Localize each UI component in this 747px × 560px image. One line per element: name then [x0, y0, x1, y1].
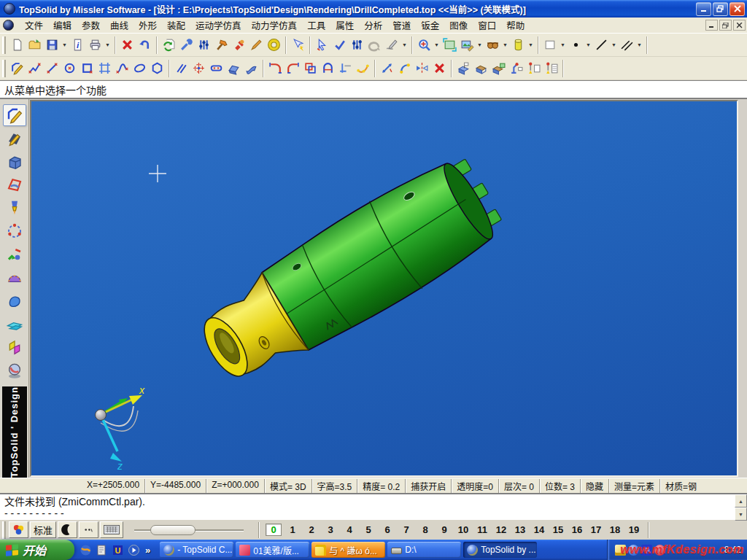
media-player-icon[interactable]	[127, 543, 140, 556]
menu-item[interactable]: 动力学仿真	[247, 17, 303, 34]
close-button[interactable]	[729, 2, 745, 16]
print-dropdown[interactable]: ▼	[104, 36, 112, 54]
taskbar-task-button[interactable]: TopSolid by ...	[463, 542, 537, 558]
status-segment[interactable]: 隐藏	[580, 479, 608, 493]
print-icon[interactable]	[86, 36, 104, 54]
menu-item[interactable]: 曲线	[105, 17, 133, 34]
menu-item[interactable]: 帮助	[501, 17, 530, 34]
menu-item[interactable]: 参数	[77, 17, 105, 34]
dome-surface-icon[interactable]	[3, 267, 26, 289]
delete-constraint-icon[interactable]	[430, 60, 448, 77]
layer-number-button[interactable]: 5	[359, 524, 378, 535]
status-segment[interactable]: Y=-4485.000	[144, 479, 206, 493]
layer-number-button[interactable]: 18	[605, 524, 624, 535]
menu-item[interactable]: 装配	[162, 17, 190, 34]
menu-item[interactable]: 文件	[20, 17, 48, 34]
save-icon[interactable]	[43, 36, 61, 54]
pin-list-icon[interactable]	[525, 60, 542, 77]
layer-number-button[interactable]: 3	[321, 524, 340, 535]
select-arrow-icon[interactable]	[313, 36, 330, 54]
attributes-sliders-icon[interactable]	[195, 36, 212, 54]
zoom-plus-icon[interactable]	[415, 36, 433, 54]
slot-obround-icon[interactable]	[207, 60, 225, 77]
contour-icon[interactable]	[26, 60, 43, 77]
new-document-icon[interactable]	[8, 36, 26, 54]
back-gray-icon[interactable]	[365, 36, 383, 54]
cylinder-dropdown[interactable]: ▼	[527, 36, 535, 54]
status-segment[interactable]: 模式= 3D	[264, 479, 311, 493]
point-style-dropdown[interactable]: ▼	[584, 36, 592, 54]
frame-icon[interactable]	[96, 60, 113, 77]
glasses-render-icon[interactable]	[484, 36, 501, 54]
tray-qq-icon[interactable]	[654, 545, 665, 556]
orange-brush-icon[interactable]	[247, 36, 265, 54]
offset-squares-icon[interactable]	[301, 60, 319, 77]
layer-number-button[interactable]: 19	[624, 524, 643, 535]
line-style-icon[interactable]	[592, 36, 610, 54]
point-icon[interactable]	[190, 60, 207, 77]
color-swatch-icon[interactable]	[541, 36, 559, 54]
segment-icon[interactable]	[43, 60, 61, 77]
menu-item[interactable]: 工具	[302, 17, 330, 34]
status-segment[interactable]: 材质=钢	[659, 479, 702, 493]
menu-item[interactable]: 图像	[444, 17, 473, 34]
ellipse-icon[interactable]	[131, 60, 148, 77]
fit-view-icon[interactable]	[441, 36, 458, 54]
scroll-down-icon[interactable]: ▼	[735, 508, 747, 521]
delete-red-x-icon[interactable]	[118, 36, 136, 54]
red-clamp-icon[interactable]	[230, 36, 247, 54]
dots-icon[interactable]	[79, 521, 98, 538]
render-sphere-icon[interactable]	[3, 359, 26, 381]
layer-slider[interactable]	[134, 524, 244, 537]
drill-tool-icon[interactable]	[3, 197, 26, 219]
save-dropdown[interactable]: ▼	[61, 36, 69, 54]
arc-slot-icon[interactable]	[319, 60, 336, 77]
layer-number-button[interactable]: 6	[378, 524, 397, 535]
taskbar-task-button[interactable]: 与 ^ 謙ω ó...	[311, 542, 385, 558]
message-scrollbar[interactable]: ▲ ▼	[735, 494, 747, 521]
tray-mail-icon[interactable]	[615, 545, 626, 556]
yellow-torus-icon[interactable]	[265, 36, 282, 54]
measure-arrow-icon[interactable]	[378, 60, 395, 77]
menu-item[interactable]: 分析	[359, 17, 387, 34]
toolbar-grip[interactable]	[2, 36, 6, 54]
status-segment[interactable]: 位数= 3	[539, 479, 580, 493]
rotate-angle-icon[interactable]	[395, 60, 413, 77]
tray-volume-icon[interactable]	[628, 545, 639, 556]
curve-points-icon[interactable]	[354, 60, 371, 77]
anchor-blue-icon[interactable]: U	[111, 543, 124, 556]
trim-icon[interactable]	[336, 60, 354, 77]
circle-icon[interactable]	[61, 60, 78, 77]
status-segment[interactable]: 层次= 0	[498, 479, 539, 493]
layer-number-button[interactable]: 12	[492, 524, 511, 535]
pen-level-icon[interactable]	[383, 36, 400, 54]
surface-swoosh-icon[interactable]	[242, 60, 260, 77]
fillet-corner-icon[interactable]	[266, 60, 284, 77]
blue-blob-icon[interactable]	[3, 289, 26, 311]
browser-globe-icon[interactable]	[79, 543, 92, 556]
hatch-style-dropdown[interactable]: ▼	[635, 36, 643, 54]
tray-ime-chinese-icon[interactable]: 中	[641, 545, 652, 556]
solid-block-icon[interactable]	[3, 151, 26, 173]
taskbar-task-button[interactable]: 01美雅/版...	[236, 542, 309, 558]
menu-item[interactable]: 运动学仿真	[190, 17, 247, 34]
circular-pattern-icon[interactable]	[3, 220, 26, 242]
status-segment[interactable]: 字高=3.5	[311, 479, 357, 493]
parallel-icon[interactable]	[172, 60, 190, 77]
taskbar-task-button[interactable]: D:\	[387, 542, 461, 558]
layer-number-button[interactable]: 11	[473, 524, 492, 535]
mdi-restore-button[interactable]	[719, 20, 732, 31]
layer-number-button[interactable]: 9	[435, 524, 454, 535]
layer-number-button[interactable]: 0	[266, 524, 282, 536]
update-document-icon[interactable]	[160, 36, 177, 54]
start-button[interactable]: 开始	[0, 540, 74, 560]
layer-number-button[interactable]: 4	[340, 524, 359, 535]
standard-button[interactable]: 标准	[30, 521, 56, 538]
menu-item[interactable]: 属性	[330, 17, 359, 34]
layer-number-button[interactable]: 14	[530, 524, 549, 535]
wrench-modify-icon[interactable]	[177, 36, 195, 54]
document-info-icon[interactable]: i	[69, 36, 86, 54]
redraw-dropdown[interactable]: ▼	[476, 36, 484, 54]
layerbar-grip[interactable]	[2, 521, 6, 539]
layer-number-button[interactable]: 17	[587, 524, 605, 535]
